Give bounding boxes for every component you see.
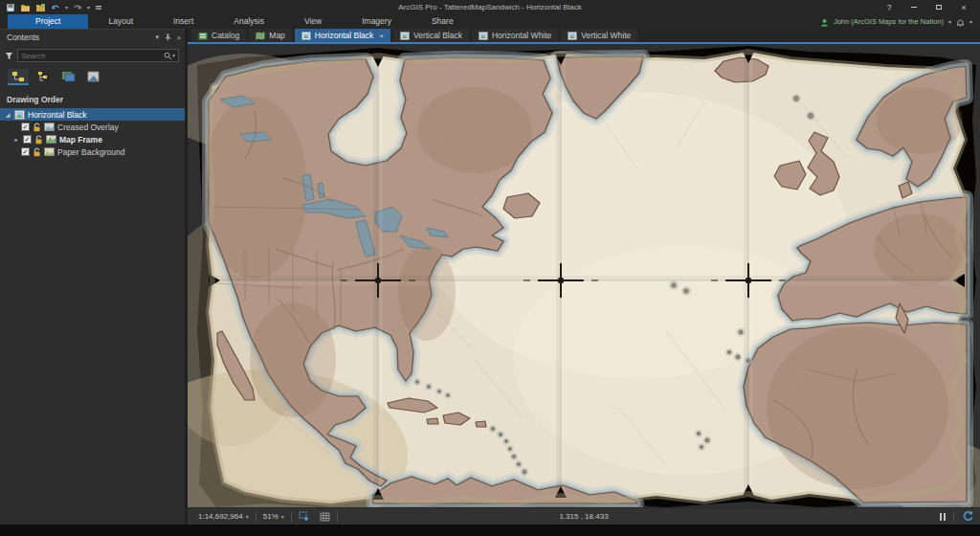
redo-icon[interactable] — [73, 2, 82, 12]
view-tab-strip: Catalog Map Horizontal Black × Vertical … — [188, 29, 980, 44]
minimize-button[interactable] — [902, 0, 926, 14]
tree-item-paper-background[interactable]: ✓ Paper Background — [0, 145, 185, 158]
pin-icon[interactable] — [165, 34, 171, 42]
ribbon-tab-layout[interactable]: Layout — [88, 14, 153, 29]
pause-drawing-button[interactable] — [940, 513, 946, 521]
list-by-source-button[interactable] — [33, 69, 54, 85]
help-button[interactable]: ? — [877, 0, 902, 14]
search-icon[interactable] — [164, 47, 172, 64]
title-bar: ▾ ▾ ArcGIS Pro - TatteredMapSandwich - H… — [0, 0, 980, 14]
expand-icon[interactable]: ▸ — [12, 136, 20, 143]
tab-horizontal-white[interactable]: Horizontal White — [472, 29, 558, 42]
ribbon-tab-share[interactable]: Share — [412, 14, 474, 29]
grid-button[interactable] — [315, 512, 335, 522]
account-user-label: John (ArcGIS Maps for the Nation) — [834, 17, 944, 26]
tab-catalog[interactable]: Catalog — [191, 29, 246, 42]
visibility-checkbox[interactable]: ✓ — [23, 135, 32, 144]
visibility-checkbox[interactable]: ✓ — [21, 147, 30, 156]
restore-button[interactable] — [926, 0, 951, 14]
drawing-order-label: Drawing Order — [0, 87, 185, 108]
quick-access-toolbar: ▾ ▾ — [6, 1, 102, 13]
ribbon-tab-insert[interactable]: Insert — [153, 14, 213, 29]
ribbon-collapse-icon[interactable]: ▾ — [969, 18, 972, 25]
search-dropdown-icon[interactable]: ▾ — [172, 53, 175, 58]
raster-layer-icon — [44, 147, 55, 156]
window-title: ArcGIS Pro - TatteredMapSandwich - Horiz… — [0, 0, 980, 14]
tree-item-creased-overlay[interactable]: ✓ Creased Overlay — [0, 121, 185, 133]
close-tab-icon[interactable]: × — [379, 32, 384, 40]
search-input[interactable] — [21, 52, 164, 60]
tree-item-label: Creased Overlay — [57, 123, 119, 132]
map-frame-icon — [46, 135, 56, 144]
raster-layer-icon — [44, 123, 55, 131]
layout-icon — [14, 110, 25, 120]
tree-item-horizontal-black[interactable]: ◢ Horizontal Black — [0, 108, 185, 121]
tab-map[interactable]: Map — [249, 29, 292, 42]
undo-dropdown-icon[interactable]: ▾ — [65, 5, 68, 11]
search-box: ▾ — [17, 49, 179, 62]
ribbon-tab-row: Project Layout Insert Analysis View Imag… — [0, 14, 980, 29]
ribbon-tab-analysis[interactable]: Analysis — [213, 14, 284, 29]
layout-view-canvas[interactable] — [188, 44, 980, 507]
select-elements-button[interactable] — [294, 511, 315, 522]
user-icon — [820, 13, 829, 31]
arcgis-pro-window: ▾ ▾ ArcGIS Pro - TatteredMapSandwich - H… — [0, 0, 980, 536]
status-bar: 1:14,692,964▾ 51%▾ 1.315 , 18.433 — [188, 507, 980, 525]
refresh-button[interactable] — [962, 510, 974, 524]
filter-icon[interactable] — [5, 47, 13, 64]
lock-icon[interactable] — [33, 147, 41, 157]
zoom-combo[interactable]: 51%▾ — [258, 512, 289, 521]
notifications-bell-icon[interactable] — [956, 13, 965, 31]
list-by-labeling-button[interactable] — [82, 69, 103, 85]
save-icon[interactable] — [6, 2, 15, 12]
contents-panel-title: Contents — [7, 33, 155, 42]
new-project-icon[interactable] — [35, 2, 46, 12]
tattered-map-graphic — [188, 44, 980, 507]
ribbon-tab-imagery[interactable]: Imagery — [342, 14, 412, 29]
tab-horizontal-black[interactable]: Horizontal Black × — [295, 29, 390, 42]
tree-item-map-frame[interactable]: ▸ ✓ Map Frame — [0, 133, 185, 145]
tab-vertical-white[interactable]: Vertical White — [561, 29, 637, 42]
ribbon-tab-project[interactable]: Project — [8, 14, 88, 29]
tab-vertical-black[interactable]: Vertical Black — [393, 29, 469, 42]
lock-icon[interactable] — [34, 135, 43, 145]
lock-icon[interactable] — [33, 123, 41, 132]
collapse-icon[interactable]: ◢ — [4, 111, 11, 118]
open-project-icon[interactable] — [20, 2, 31, 12]
contents-panel: Contents ▾ × ▾ — [0, 29, 185, 525]
redo-dropdown-icon[interactable]: ▾ — [87, 5, 90, 11]
tree-item-label: Map Frame — [59, 135, 102, 145]
undo-icon[interactable] — [51, 2, 60, 12]
account-menu[interactable]: John (ArcGIS Maps for the Nation) ▾ ▾ — [820, 14, 972, 29]
contents-toolbar — [0, 66, 185, 87]
tree-item-label: Paper Background — [57, 147, 124, 157]
customize-quick-access-icon[interactable] — [95, 2, 102, 12]
list-by-drawing-order-button[interactable] — [8, 69, 29, 85]
list-by-editing-button[interactable] — [57, 69, 78, 85]
tree-item-label: Horizontal Black — [28, 110, 86, 120]
visibility-checkbox[interactable]: ✓ — [21, 123, 30, 131]
window-bottom-edge — [0, 525, 980, 536]
close-panel-icon[interactable]: × — [177, 34, 181, 41]
ribbon-tab-view[interactable]: View — [284, 14, 342, 29]
account-dropdown-icon: ▾ — [948, 18, 951, 25]
scale-combo[interactable]: 1:14,692,964▾ — [193, 512, 254, 521]
panel-menu-icon[interactable]: ▾ — [155, 34, 159, 41]
